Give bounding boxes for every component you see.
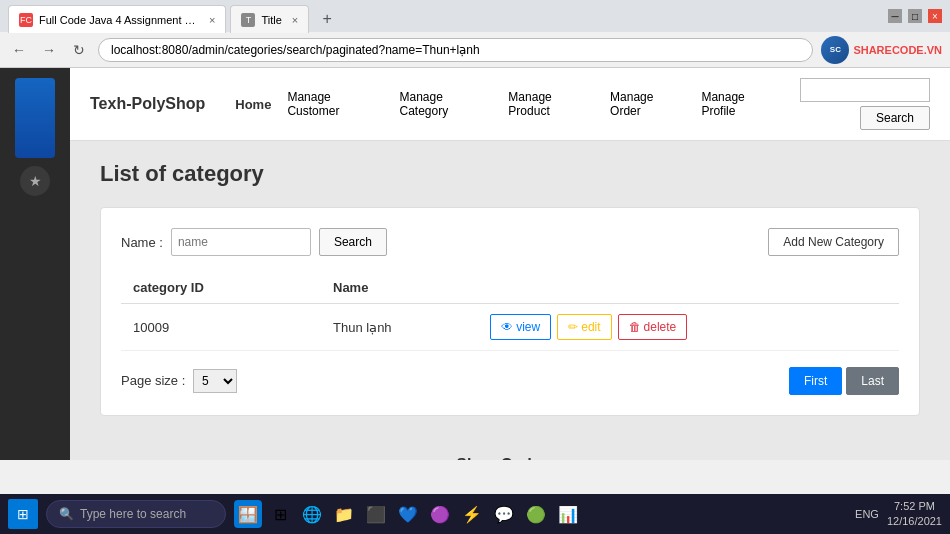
pagination-row: Page size : 5 10 20 First Last — [121, 367, 899, 395]
taskbar-app-5[interactable]: 🟣 — [426, 500, 454, 528]
category-table: category ID Name 10009 Thun lạnh — [121, 272, 899, 351]
refresh-button[interactable]: ↻ — [68, 39, 90, 61]
row-category-name: Thun lạnh — [321, 304, 478, 351]
pagination-buttons: First Last — [789, 367, 899, 395]
page-size-label: Page size : — [121, 373, 185, 388]
tab-1[interactable]: FC Full Code Java 4 Assignment SC... × — [8, 5, 226, 33]
sc-logo-icon: SC — [821, 36, 849, 64]
taskbar-skype[interactable]: 💬 — [490, 500, 518, 528]
tab-2-favicon: T — [241, 13, 255, 27]
site-brand: Texh-PolyShop — [90, 95, 205, 113]
url-input[interactable] — [98, 38, 813, 62]
table-header: category ID Name — [121, 272, 899, 304]
taskbar-app-4[interactable]: 💙 — [394, 500, 422, 528]
name-search-input[interactable] — [171, 228, 311, 256]
search-row-left: Name : Search — [121, 228, 387, 256]
taskbar-app-3[interactable]: ⬛ — [362, 500, 390, 528]
taskbar-search-placeholder: Type here to search — [80, 507, 186, 521]
new-tab-button[interactable]: + — [313, 5, 341, 33]
tab-1-favicon: FC — [19, 13, 33, 27]
close-button[interactable]: × — [928, 9, 942, 23]
taskbar-app-8[interactable]: 📊 — [554, 500, 582, 528]
col-header-actions — [478, 272, 899, 304]
delete-label: delete — [644, 320, 677, 334]
site-footer: ShareCode.vn Copyright © ShareCode.vn — [70, 436, 950, 460]
first-page-button[interactable]: First — [789, 367, 842, 395]
header-search-button[interactable]: Search — [860, 106, 930, 130]
taskbar-app-7[interactable]: 🟢 — [522, 500, 550, 528]
title-bar: FC Full Code Java 4 Assignment SC... × T… — [0, 0, 950, 32]
nav-manage-product[interactable]: Manage Product — [508, 90, 594, 118]
sc-logo-text: SHARECODE.VN — [853, 44, 942, 56]
taskbar-search[interactable]: 🔍 Type here to search — [46, 500, 226, 528]
taskbar: ⊞ 🔍 Type here to search 🪟 ⊞ 🌐 📁 ⬛ 💙 🟣 ⚡ … — [0, 494, 950, 534]
add-new-category-button[interactable]: Add New Category — [768, 228, 899, 256]
nav-manage-category[interactable]: Manage Category — [400, 90, 493, 118]
view-button[interactable]: 👁 view — [490, 314, 551, 340]
tab-2-close[interactable]: × — [292, 14, 298, 26]
table-body: 10009 Thun lạnh 👁 view ✏ — [121, 304, 899, 351]
delete-icon: 🗑 — [629, 320, 641, 334]
taskbar-apps: 🪟 ⊞ 🌐 📁 ⬛ 💙 🟣 ⚡ 💬 🟢 📊 — [234, 500, 582, 528]
nav-manage-order[interactable]: Manage Order — [610, 90, 685, 118]
header-search: Search — [800, 78, 930, 130]
page-size-select[interactable]: 5 10 20 — [193, 369, 237, 393]
search-icon: 🔍 — [59, 507, 74, 521]
taskbar-app-6[interactable]: ⚡ — [458, 500, 486, 528]
tab-2[interactable]: T Title × — [230, 5, 309, 33]
window-controls: ─ □ × — [888, 9, 942, 23]
taskbar-app-1[interactable]: 🪟 — [234, 500, 262, 528]
tab-1-label: Full Code Java 4 Assignment SC... — [39, 14, 199, 26]
col-header-id: category ID — [121, 272, 321, 304]
minimize-button[interactable]: ─ — [888, 9, 902, 23]
view-icon: 👁 — [501, 320, 513, 334]
taskbar-explorer[interactable]: 📁 — [330, 500, 358, 528]
row-category-id: 10009 — [121, 304, 321, 351]
category-panel: Name : Search Add New Category category … — [100, 207, 920, 416]
content-area: List of category Name : Search Add New C… — [70, 141, 950, 436]
search-button[interactable]: Search — [319, 228, 387, 256]
page-size-control: Page size : 5 10 20 — [121, 369, 237, 393]
search-row: Name : Search Add New Category — [121, 228, 899, 256]
delete-button[interactable]: 🗑 delete — [618, 314, 688, 340]
edit-label: edit — [581, 320, 600, 334]
nav-manage-customer[interactable]: Manage Customer — [287, 90, 383, 118]
browser-logo: SC SHARECODE.VN — [821, 36, 942, 64]
nav-links: Home Manage Customer Manage Category Man… — [235, 90, 780, 118]
browser-content: ★ Texh-PolyShop Home Manage Customer Man… — [0, 68, 950, 460]
edit-icon: ✏ — [568, 320, 578, 334]
page-title: List of category — [100, 161, 920, 187]
back-button[interactable]: ← — [8, 39, 30, 61]
page-main: Texh-PolyShop Home Manage Customer Manag… — [70, 68, 950, 460]
name-label: Name : — [121, 235, 163, 250]
tab-1-close[interactable]: × — [209, 14, 215, 26]
start-button[interactable]: ⊞ — [8, 499, 38, 529]
maximize-button[interactable]: □ — [908, 9, 922, 23]
footer-brand: ShareCode.vn — [90, 456, 930, 460]
col-header-name: Name — [321, 272, 478, 304]
forward-button[interactable]: → — [38, 39, 60, 61]
action-buttons: 👁 view ✏ edit 🗑 delete — [490, 314, 887, 340]
sidebar-star-icon[interactable]: ★ — [20, 166, 50, 196]
sidebar-blue-bar — [15, 78, 55, 158]
taskbar-app-2[interactable]: ⊞ — [266, 500, 294, 528]
taskbar-edge[interactable]: 🌐 — [298, 500, 326, 528]
header-search-input[interactable] — [800, 78, 930, 102]
last-page-button[interactable]: Last — [846, 367, 899, 395]
taskbar-right: ENG 7:52 PM 12/16/2021 — [855, 499, 942, 530]
taskbar-time: 7:52 PM 12/16/2021 — [887, 499, 942, 530]
tab-2-label: Title — [261, 14, 281, 26]
address-bar: ← → ↻ SC SHARECODE.VN — [0, 32, 950, 68]
view-label: view — [516, 320, 540, 334]
table-row: 10009 Thun lạnh 👁 view ✏ — [121, 304, 899, 351]
edit-button[interactable]: ✏ edit — [557, 314, 611, 340]
site-header: Texh-PolyShop Home Manage Customer Manag… — [70, 68, 950, 141]
taskbar-language: ENG — [855, 508, 879, 520]
nav-manage-profile[interactable]: Manage Profile — [701, 90, 780, 118]
browser-sidebar: ★ — [0, 68, 70, 460]
nav-home[interactable]: Home — [235, 97, 271, 112]
row-actions: 👁 view ✏ edit 🗑 delete — [478, 304, 899, 351]
